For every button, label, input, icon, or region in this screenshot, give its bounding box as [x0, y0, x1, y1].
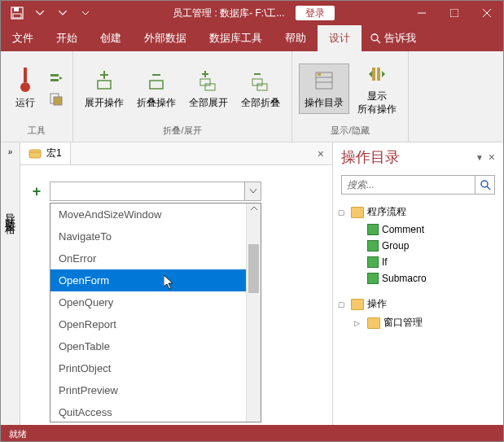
show-all-actions-button[interactable]: 显示 所有操作: [353, 58, 401, 119]
tab-create[interactable]: 创建: [89, 25, 133, 51]
svg-point-7: [371, 34, 378, 41]
svg-rect-4: [450, 9, 458, 17]
ribbon-group-show: 操作目录 显示 所有操作 显示/隐藏: [292, 51, 409, 142]
close-button[interactable]: [471, 1, 503, 25]
quick-access-toolbar: [1, 5, 102, 21]
single-step-button[interactable]: [46, 68, 66, 88]
dropdown-toggle-icon[interactable]: [244, 182, 261, 200]
dropdown-item[interactable]: OpenReport: [50, 313, 246, 335]
catalog-search-input[interactable]: [342, 176, 475, 194]
dropdown-item[interactable]: OpenQuery: [50, 291, 246, 313]
window-title: 员工管理 : 数据库- F:\工... 登录: [102, 7, 405, 20]
tree-leaf[interactable]: Comment: [353, 221, 500, 238]
redo-dropdown-icon[interactable]: [55, 5, 71, 21]
tree-leaf[interactable]: Group: [353, 238, 500, 254]
tab-external-data[interactable]: 外部数据: [133, 25, 198, 51]
collapse-all-button[interactable]: 全部折叠: [236, 64, 285, 113]
window-controls: [405, 1, 503, 25]
tree-node-program-flow[interactable]: ▢ 程序流程: [336, 203, 500, 221]
macro-icon: [28, 147, 42, 160]
svg-rect-32: [377, 68, 380, 81]
svg-rect-18: [150, 81, 163, 89]
action-combobox[interactable]: [50, 182, 261, 201]
scroll-thumb[interactable]: [248, 244, 259, 293]
convert-macros-button[interactable]: [46, 90, 66, 109]
svg-rect-33: [29, 150, 41, 158]
tree-node-actions[interactable]: ▢ 操作: [336, 295, 500, 313]
undo-dropdown-icon[interactable]: [32, 5, 48, 21]
tab-home[interactable]: 开始: [45, 25, 89, 51]
main-area: » 导航窗格 宏1 × + MoveAndSi: [1, 142, 503, 425]
expand-all-icon: [195, 68, 221, 94]
search-icon: [480, 179, 491, 190]
svg-rect-9: [24, 68, 27, 82]
tree-expand-icon[interactable]: ▷: [354, 319, 364, 327]
catalog-close-icon[interactable]: ×: [489, 151, 495, 164]
document-area: 宏1 × + MoveAndSizeWindowNavigateToOnErro…: [20, 142, 332, 425]
svg-line-35: [487, 186, 490, 190]
expand-actions-button[interactable]: 展开操作: [80, 64, 129, 113]
tab-help[interactable]: 帮助: [274, 25, 318, 51]
action-icon: [367, 224, 379, 235]
svg-rect-15: [98, 81, 111, 89]
dropdown-item[interactable]: PrintPreview: [50, 379, 246, 401]
tree-leaf[interactable]: If: [353, 254, 500, 270]
collapse-actions-button[interactable]: 折叠操作: [132, 64, 181, 113]
svg-rect-12: [50, 79, 59, 81]
document-close-icon[interactable]: ×: [309, 147, 332, 160]
minimize-button[interactable]: [405, 1, 438, 25]
folder-icon: [351, 299, 364, 310]
save-icon[interactable]: [9, 5, 25, 21]
macro-designer: + MoveAndSizeWindowNavigateToOnErrorOpen…: [20, 165, 332, 425]
dropdown-item[interactable]: PrintObject: [50, 357, 246, 379]
collapse-icon: [143, 68, 169, 94]
show-all-icon: [364, 61, 390, 87]
tab-design[interactable]: 设计: [318, 25, 362, 51]
catalog-dropdown-icon[interactable]: ▼: [476, 153, 484, 162]
catalog-search-box[interactable]: [341, 175, 495, 195]
svg-rect-2: [13, 14, 21, 18]
tree-leaf[interactable]: Submacro: [353, 270, 500, 287]
catalog-search-button[interactable]: [475, 176, 494, 194]
ribbon-group-label-show: 显示/隐藏: [299, 123, 401, 138]
tree-collapse-icon[interactable]: ▢: [338, 208, 348, 217]
dropdown-item[interactable]: OpenForm: [50, 269, 246, 291]
action-input[interactable]: [50, 186, 244, 197]
tree-node-window-mgmt[interactable]: ▷ 窗口管理: [353, 313, 500, 332]
search-icon: [370, 33, 381, 44]
dropdown-item[interactable]: OnError: [50, 247, 246, 269]
login-button[interactable]: 登录: [296, 6, 335, 20]
ribbon-group-label-collapse: 折叠/展开: [80, 123, 285, 138]
run-button[interactable]: 运行: [7, 64, 43, 113]
navigation-pane-collapsed[interactable]: » 导航窗格: [1, 142, 20, 425]
dropdown-item[interactable]: QuitAccess: [50, 401, 246, 422]
tab-file[interactable]: 文件: [1, 25, 45, 51]
dropdown-item[interactable]: MoveAndSizeWindow: [50, 203, 246, 225]
status-bar: 就绪: [1, 425, 503, 442]
expand-all-button[interactable]: 全部展开: [184, 64, 233, 113]
svg-point-34: [481, 181, 488, 187]
dropdown-item[interactable]: OpenTable: [50, 335, 246, 357]
svg-rect-11: [50, 74, 59, 77]
dropdown-scrollbar[interactable]: [246, 203, 261, 422]
ribbon-tabs: 文件 开始 创建 外部数据 数据库工具 帮助 设计 告诉我: [1, 25, 503, 51]
svg-line-8: [377, 40, 380, 43]
titlebar: 员工管理 : 数据库- F:\工... 登录: [1, 1, 503, 25]
tree-collapse-icon[interactable]: ▢: [338, 300, 348, 309]
document-tab-macro1[interactable]: 宏1: [20, 142, 71, 164]
action-dropdown-list: MoveAndSizeWindowNavigateToOnErrorOpenFo…: [50, 203, 261, 422]
tab-database-tools[interactable]: 数据库工具: [198, 25, 274, 51]
document-tabs: 宏1 ×: [20, 142, 332, 165]
expand-icon: [91, 68, 117, 94]
nav-expand-icon[interactable]: »: [8, 147, 13, 156]
maximize-button[interactable]: [438, 1, 471, 25]
dropdown-item[interactable]: NavigateTo: [50, 225, 246, 247]
ribbon-group-tools: 运行 工具: [1, 51, 73, 142]
add-action-icon[interactable]: +: [28, 183, 45, 200]
scroll-up-icon[interactable]: [247, 203, 261, 213]
tell-me-search[interactable]: 告诉我: [362, 25, 424, 51]
customize-qat-icon[interactable]: [77, 5, 94, 21]
folder-icon: [367, 317, 380, 329]
action-icon: [367, 256, 379, 268]
action-catalog-button[interactable]: 操作目录: [299, 63, 349, 114]
